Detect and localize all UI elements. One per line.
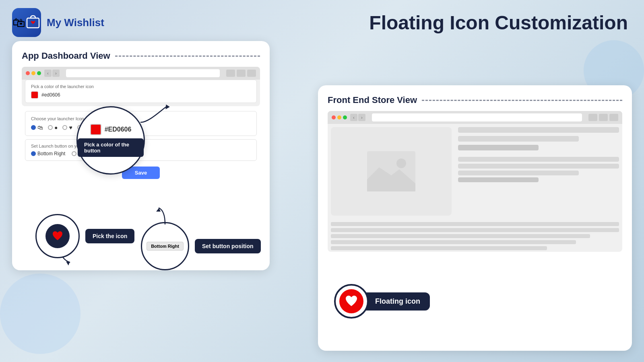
floating-icon-demo: Floating icon xyxy=(334,284,430,319)
bottom-line-4 xyxy=(331,240,576,244)
store-content xyxy=(328,124,622,219)
store-action-btn-3[interactable] xyxy=(609,114,618,121)
pos-radio-empty xyxy=(72,151,76,156)
store-close-dot[interactable] xyxy=(332,115,336,119)
store-action-btn-2[interactable] xyxy=(599,114,608,121)
color-ann-button: Pick a color of the button xyxy=(78,138,144,157)
store-dashed-line xyxy=(422,100,622,101)
floating-icon-ring xyxy=(334,284,369,319)
action-btn-1[interactable] xyxy=(226,70,235,77)
logo-area: My Wishlist xyxy=(12,8,104,37)
pos-radio-selected xyxy=(31,151,36,156)
browser-nav: ‹ › xyxy=(44,70,60,77)
icon-option-circle1[interactable]: ● xyxy=(48,124,58,131)
color-section-label: Pick a color of the launcher icon xyxy=(31,84,251,89)
bottom-line-1 xyxy=(331,222,619,226)
app-logo xyxy=(12,8,41,37)
floating-heart-icon xyxy=(344,294,359,309)
info-bar-1 xyxy=(458,127,619,133)
dashboard-title: App Dashboard View xyxy=(22,51,260,61)
store-expand-dot[interactable] xyxy=(343,115,347,119)
info-bar-6 xyxy=(458,177,539,182)
info-bar-5 xyxy=(458,171,579,175)
svg-point-5 xyxy=(396,158,406,168)
page-title: Floating Icon Customization xyxy=(369,12,628,34)
close-dot[interactable] xyxy=(26,71,30,75)
store-title-text: Front End Store View xyxy=(328,95,417,105)
store-panel: Front End Store View ‹ › xyxy=(318,85,632,351)
store-back-button[interactable]: ‹ xyxy=(350,114,357,121)
bottom-right-label: Bottom Right xyxy=(37,151,65,156)
color-arrow-svg xyxy=(137,102,173,130)
pos-arrow-svg xyxy=(155,206,175,226)
logo-icon xyxy=(25,15,41,30)
url-bar[interactable] xyxy=(66,69,220,77)
store-minimize-dot[interactable] xyxy=(337,115,341,119)
position-ann-button: Set button position xyxy=(195,239,261,253)
store-browser-bar: ‹ › xyxy=(328,111,622,124)
floating-icon-label: Floating icon xyxy=(365,292,430,311)
icon-option-heart[interactable]: ♥ xyxy=(62,124,72,131)
action-btn-2[interactable] xyxy=(237,70,246,77)
ann-color-swatch xyxy=(90,124,101,135)
position-bottom-right[interactable]: Bottom Right xyxy=(31,151,65,156)
icon-option-selected[interactable]: 🛍 xyxy=(31,124,43,131)
forward-button[interactable]: › xyxy=(52,70,60,77)
color-annotation-wrapper: #ED0606 Pick a color of the button xyxy=(76,106,145,175)
color-input-row: #ed0606 xyxy=(31,91,251,99)
info-bar-4 xyxy=(458,164,619,169)
back-button[interactable]: ‹ xyxy=(44,70,52,77)
title-dashed-line xyxy=(115,56,260,57)
heart-icon-svg xyxy=(51,230,64,243)
minimize-dot[interactable] xyxy=(31,71,35,75)
expand-dot[interactable] xyxy=(37,71,41,75)
info-bar-2 xyxy=(458,136,579,142)
bag-icon: 🛍 xyxy=(37,124,43,131)
store-url-bar[interactable] xyxy=(372,113,582,121)
ann-color-row: #ED0606 xyxy=(90,124,132,135)
color-swatch[interactable] xyxy=(31,91,38,99)
store-browser-dots xyxy=(332,115,347,119)
position-annotation-wrapper: Bottom Right Set button position xyxy=(141,222,261,270)
circle-icon-1: ● xyxy=(54,124,58,131)
header: My Wishlist Floating Icon Customization xyxy=(0,0,644,41)
position-annotation-circle: Bottom Right xyxy=(141,222,189,270)
dashboard-title-text: App Dashboard View xyxy=(22,51,110,61)
store-browser-nav: ‹ › xyxy=(350,114,365,121)
radio-selected xyxy=(31,125,36,130)
info-bar-3 xyxy=(458,157,619,162)
bottom-line-5 xyxy=(331,246,547,250)
browser-dots xyxy=(26,71,41,75)
left-panel-wrapper: App Dashboard View ‹ › xyxy=(12,41,270,359)
product-image xyxy=(331,127,452,216)
radio-empty-1 xyxy=(48,125,53,130)
icon-annotation-wrapper: Pick the icon xyxy=(35,214,134,258)
product-placeholder-svg xyxy=(367,147,415,195)
ann-hex-value: #ED0606 xyxy=(105,126,132,133)
browser-bar: ‹ › xyxy=(22,67,260,80)
color-hex-value: #ed0606 xyxy=(41,92,60,98)
icon-inner-circle xyxy=(45,224,70,248)
action-btn-3[interactable] xyxy=(247,70,256,77)
heart-icon: ♥ xyxy=(69,124,72,131)
icon-ann-button: Pick the icon xyxy=(85,229,134,243)
bottom-line-2 xyxy=(331,228,619,232)
store-action-btn-1[interactable] xyxy=(588,114,597,121)
color-annotation-circle: #ED0606 Pick a color of the button xyxy=(76,106,145,175)
bottom-line-3 xyxy=(331,234,590,238)
floating-icon-inner[interactable] xyxy=(339,289,363,313)
browser-mockup: ‹ › Pick a color of the launcher icon xyxy=(22,67,260,106)
info-bar-price xyxy=(458,145,539,150)
icon-annotation-circle xyxy=(35,214,80,258)
radio-empty-2 xyxy=(62,125,67,130)
store-browser-actions xyxy=(588,114,618,121)
browser-actions xyxy=(226,70,256,77)
store-forward-button[interactable]: › xyxy=(358,114,365,121)
pos-input-display: Bottom Right xyxy=(147,242,184,251)
store-bottom-lines xyxy=(328,219,622,252)
store-browser-mockup: ‹ › xyxy=(328,111,622,252)
product-info xyxy=(458,127,619,216)
store-title: Front End Store View xyxy=(328,95,622,105)
content-area: App Dashboard View ‹ › xyxy=(0,41,644,359)
color-section: Pick a color of the launcher icon #ed060… xyxy=(25,80,257,103)
